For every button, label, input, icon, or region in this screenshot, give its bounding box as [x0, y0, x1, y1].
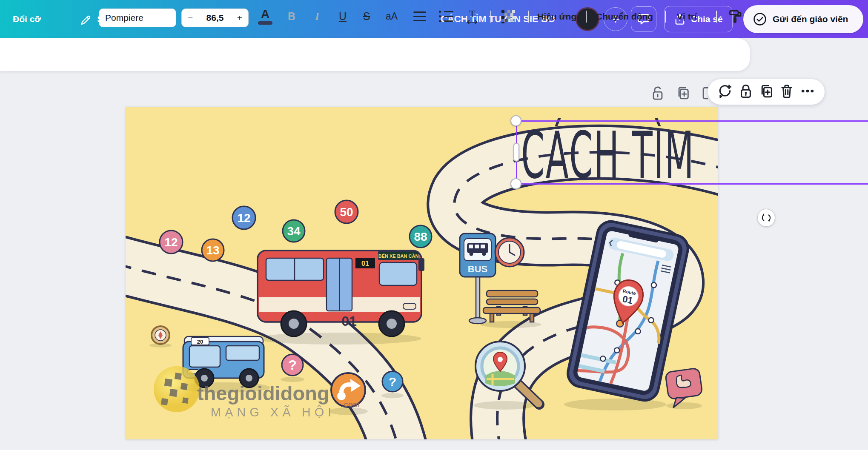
left-right-arrow-icon [466, 20, 478, 25]
lock-icon [739, 83, 753, 99]
text-color-swatch [258, 21, 272, 25]
pin-route-number: 01 [622, 293, 634, 306]
add-page-button[interactable] [700, 85, 708, 101]
watermark-domain: .com [342, 400, 360, 409]
lock-page-button[interactable] [650, 85, 665, 101]
clock [495, 238, 524, 267]
ball-12-pink: 12 [164, 236, 178, 249]
ball-50-red: 50 [340, 205, 353, 219]
red-bus-side-number: 01 [341, 313, 357, 329]
add-page-icon [700, 85, 708, 101]
add-comment-button[interactable] [717, 83, 733, 100]
strikethrough-label: S [363, 10, 370, 23]
text-case-button[interactable]: aA [380, 0, 404, 33]
red-bus-destination: BẾN XE BAN CẦN [378, 253, 419, 259]
bold-button[interactable]: B [282, 0, 301, 33]
toolbar-divider [665, 11, 666, 23]
ball-88-teal: 88 [414, 230, 427, 243]
font-size-stepper: − 86,5 + [181, 9, 249, 27]
toolbar-divider [490, 11, 491, 23]
question-mark-blue: ? [389, 375, 396, 389]
ball-13-orange: 13 [206, 244, 219, 257]
underline-label: U [339, 10, 347, 23]
rotate-handle[interactable] [757, 209, 775, 227]
position-button[interactable]: Vị trí [677, 0, 697, 33]
bench [483, 291, 540, 322]
canva-editor: Đổi cỡ Sửa CÁCH TÌM [0, 0, 868, 450]
element-context-toolbar [708, 79, 825, 105]
strikethrough-button[interactable]: S [357, 0, 376, 33]
question-mark-pink: ? [288, 357, 297, 373]
text-color-letter: A [261, 9, 269, 20]
duplicate-plus-icon [759, 83, 773, 99]
selected-heading-text[interactable]: CÁCH TÌM [521, 123, 695, 188]
text-case-label: aA [386, 11, 398, 22]
share-button[interactable]: Chia sẻ [664, 6, 733, 32]
toolbar-divider [528, 11, 529, 23]
resize-button[interactable]: Đổi cỡ [5, 7, 49, 31]
italic-button[interactable]: I [307, 0, 327, 33]
transparency-button[interactable] [497, 0, 519, 33]
effects-button[interactable]: Hiệu ứng [537, 0, 576, 33]
delete-element-button[interactable] [779, 83, 794, 100]
align-icon [413, 11, 426, 13]
toolbar-divider [716, 11, 717, 23]
compass [152, 326, 169, 344]
text-color-button[interactable]: A [255, 0, 275, 33]
selection-border-top [516, 120, 868, 122]
bus-stop-label: BUS [468, 264, 487, 274]
red-bus-plate: 01 [361, 260, 369, 267]
selection-handle-left-middle[interactable] [513, 143, 519, 162]
blue-bus-number: 20 [197, 339, 203, 345]
selection-handle-top-left[interactable] [510, 115, 521, 126]
font-size-increase-button[interactable]: + [237, 13, 242, 23]
duplicate-page-button[interactable] [676, 85, 690, 101]
bullet-list-button[interactable] [435, 0, 457, 33]
ellipsis-icon [800, 83, 815, 99]
send-to-teacher-button[interactable]: Gửi đến giáo viên [743, 5, 863, 33]
text-format-toolbar [0, 38, 750, 71]
copy-style-button[interactable] [725, 0, 747, 33]
text-spacing-button[interactable]: T [461, 0, 484, 33]
lock-element-button[interactable] [739, 83, 753, 100]
spacing-letter: T [469, 8, 476, 20]
ball-12-blue: 12 [237, 211, 250, 225]
font-family-selector[interactable]: Pompiere [99, 9, 176, 27]
check-circle-icon [753, 12, 767, 26]
walk-bubble [665, 368, 704, 408]
selection-handle-bottom-left[interactable] [510, 178, 521, 189]
list-icon [439, 11, 453, 13]
rotate-icon [761, 213, 771, 223]
watermark-tagline: MẠNG XÃ HỘI [211, 405, 335, 419]
send-to-teacher-label: Gửi đến giáo viên [773, 14, 848, 24]
font-name: Pompiere [105, 13, 143, 23]
toolbar-divider [586, 11, 587, 23]
duplicate-element-button[interactable] [759, 83, 773, 100]
comment-add-icon [717, 83, 733, 99]
animate-button[interactable]: Chuyển động [596, 0, 653, 33]
unlock-icon [650, 85, 665, 101]
text-align-button[interactable] [409, 0, 431, 33]
pencil-icon [80, 13, 93, 26]
more-options-button[interactable] [800, 83, 815, 100]
selection-border-bottom [516, 183, 868, 185]
bold-label: B [288, 10, 295, 23]
trash-icon [779, 83, 794, 99]
transparency-checker-icon [501, 9, 516, 24]
duplicate-page-icon [676, 85, 690, 101]
watermark-brand: thegioididong [197, 382, 329, 404]
font-size-value[interactable]: 86,5 [206, 13, 224, 23]
font-size-decrease-button[interactable]: − [188, 13, 193, 23]
ball-34-green: 34 [287, 225, 301, 238]
resize-label: Đổi cỡ [13, 14, 41, 24]
paint-roller-icon [728, 9, 743, 24]
italic-label: I [315, 11, 319, 23]
underline-button[interactable]: U [333, 0, 352, 33]
